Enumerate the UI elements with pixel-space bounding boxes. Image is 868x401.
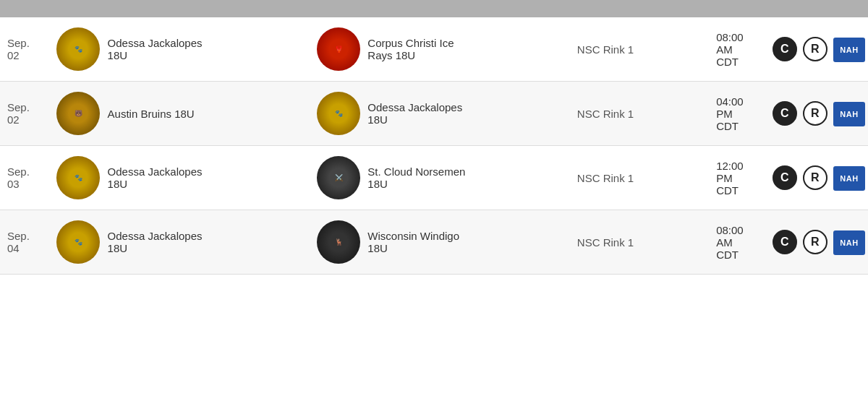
cell-venue: NSC Rink 1 [570, 210, 665, 275]
home-team-name: Wisconsin Windigo 18U [367, 230, 469, 254]
team-logo-ccice: 🦞 [317, 27, 360, 71]
cell-time: 08:00AMCDT [709, 17, 765, 82]
cell-gf-2 [534, 82, 570, 146]
cell-actions: C R NAH [765, 82, 868, 146]
team-logo-jackalopes: 🐾 [317, 92, 360, 135]
cell-home: 🦞 Corpus Christi Ice Rays 18U [310, 17, 534, 82]
cell-home: 🐾 Odessa Jackalopes 18U [310, 82, 534, 146]
cell-date: Sep.04 [0, 210, 49, 275]
home-team-name: St. Cloud Norsemen 18U [367, 165, 469, 190]
cell-visiting: 🐻 Austin Bruins 18U [49, 82, 273, 146]
c-icon-button[interactable]: C [773, 101, 797, 126]
col-gf-2 [534, 0, 570, 17]
cell-att [665, 82, 709, 146]
cell-att [665, 17, 709, 82]
table-row: Sep.04 🐾 Odessa Jackalopes 18U 🦌 Wiscons… [0, 210, 868, 275]
cell-actions: C R NAH [765, 210, 868, 275]
cell-actions: C R NAH [765, 17, 868, 82]
cell-att [665, 146, 709, 210]
cell-gf-1 [273, 82, 310, 146]
c-icon-button[interactable]: C [773, 165, 797, 190]
visiting-team-name: Odessa Jackalopes 18U [108, 165, 209, 190]
team-logo-windigo: 🦌 [317, 220, 360, 264]
cell-gf-1 [273, 210, 310, 275]
team-logo-norsemen: ⚔️ [317, 156, 360, 199]
cell-att [665, 210, 709, 275]
visiting-team-name: Austin Bruins 18U [108, 108, 195, 120]
table-row: Sep.02 🐻 Austin Bruins 18U 🐾 Odessa Jack… [0, 82, 868, 146]
team-logo-jackalopes: 🐾 [56, 156, 100, 199]
col-date [0, 0, 49, 17]
cell-gf-2 [534, 210, 570, 275]
nahl-badge[interactable]: NAH [833, 166, 865, 191]
col-home [310, 0, 534, 17]
nahl-badge[interactable]: NAH [833, 102, 865, 126]
team-logo-jackalopes: 🐾 [56, 27, 100, 71]
col-gf-1 [273, 0, 310, 17]
cell-date: Sep.02 [0, 82, 49, 146]
schedule-table: Sep.02 🐾 Odessa Jackalopes 18U 🦞 Corpus … [0, 0, 868, 275]
cell-visiting: 🐾 Odessa Jackalopes 18U [49, 210, 273, 275]
col-att [665, 0, 709, 17]
cell-venue: NSC Rink 1 [570, 82, 665, 146]
visiting-team-name: Odessa Jackalopes 18U [108, 230, 209, 254]
r-icon-button[interactable]: R [803, 101, 827, 126]
r-icon-button[interactable]: R [803, 37, 827, 61]
cell-gf-2 [534, 17, 570, 82]
c-icon-button[interactable]: C [773, 37, 797, 61]
cell-visiting: 🐾 Odessa Jackalopes 18U [49, 17, 273, 82]
cell-home: ⚔️ St. Cloud Norsemen 18U [310, 146, 534, 210]
table-row: Sep.03 🐾 Odessa Jackalopes 18U ⚔️ St. Cl… [0, 146, 868, 210]
col-actions [765, 0, 868, 17]
cell-venue: NSC Rink 1 [570, 146, 665, 210]
table-row: Sep.02 🐾 Odessa Jackalopes 18U 🦞 Corpus … [0, 17, 868, 82]
cell-actions: C R NAH [765, 146, 868, 210]
col-visiting [49, 0, 273, 17]
home-team-name: Odessa Jackalopes 18U [367, 101, 469, 126]
cell-date: Sep.03 [0, 146, 49, 210]
cell-visiting: 🐾 Odessa Jackalopes 18U [49, 146, 273, 210]
team-logo-jackalopes: 🐾 [56, 220, 100, 264]
table-header-row [0, 0, 868, 17]
cell-date: Sep.02 [0, 17, 49, 82]
cell-venue: NSC Rink 1 [570, 17, 665, 82]
nahl-badge[interactable]: NAH [833, 230, 865, 255]
col-venue [570, 0, 665, 17]
cell-gf-1 [273, 17, 310, 82]
cell-home: 🦌 Wisconsin Windigo 18U [310, 210, 534, 275]
visiting-team-name: Odessa Jackalopes 18U [108, 37, 209, 61]
c-icon-button[interactable]: C [773, 230, 797, 254]
r-icon-button[interactable]: R [803, 165, 827, 190]
cell-time: 08:00AMCDT [709, 210, 765, 275]
home-team-name: Corpus Christi Ice Rays 18U [367, 37, 469, 61]
col-time [709, 0, 765, 17]
r-icon-button[interactable]: R [803, 230, 827, 254]
cell-gf-1 [273, 146, 310, 210]
cell-time: 04:00PMCDT [709, 82, 765, 146]
nahl-badge[interactable]: NAH [833, 38, 865, 62]
cell-gf-2 [534, 146, 570, 210]
cell-time: 12:00PMCDT [709, 146, 765, 210]
team-logo-bruins: 🐻 [56, 92, 100, 135]
